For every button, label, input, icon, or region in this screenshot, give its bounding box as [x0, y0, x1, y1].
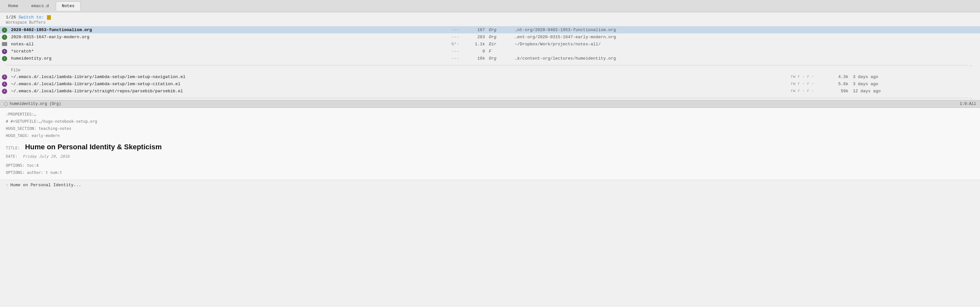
buffer-name: notes-all	[9, 41, 441, 47]
el-icon: λ	[2, 82, 7, 87]
buffer-name: *scratch*	[9, 47, 441, 55]
buffer-size: 187	[461, 26, 487, 33]
modeline-status-circle	[4, 102, 8, 106]
editor-line-2: # #+SETUPFILE:…/hugo-notebook-setup.org	[6, 118, 974, 125]
sep-line-2	[6, 98, 968, 98]
file-size: 4.3k	[828, 73, 850, 80]
buffer-dashes: ---	[441, 47, 461, 55]
modeline: humeidentity.org (Org) 1:0:All	[0, 100, 980, 108]
org-icon: ⟨	[2, 27, 7, 33]
editor-options-1: OPTIONS: toc:4	[6, 162, 974, 169]
buffer-mode: F	[487, 47, 513, 55]
bottom-hint-bar: ○ Hume on Personal Identity...	[0, 180, 980, 190]
org-icon: ⟨	[2, 35, 7, 40]
file-icon: λ	[0, 80, 9, 87]
hint-text: Hume on Personal Identity...	[10, 183, 81, 187]
buffer-path	[513, 47, 980, 55]
tab-emacs[interactable]: emacs.d	[25, 1, 55, 11]
editor-line-3: HUGO_SECTION: teaching-notes	[6, 125, 974, 133]
buffer-dashes: ---	[441, 33, 461, 41]
table-row[interactable]: λ ~/.emacs.d/.local/lambda-library/lambd…	[0, 73, 980, 80]
editor-line-4: HUGO_TAGS: early-modern	[6, 133, 974, 139]
file-path: ~/.emacs.d/.local/lambda-library/lambda-…	[9, 73, 789, 80]
buffer-mode: Org	[487, 55, 513, 62]
el-icon: λ	[2, 74, 7, 80]
file-size: 5.6k	[828, 80, 850, 87]
editor-title-line: TITLE: Hume on Personal Identity & Skept…	[6, 141, 974, 153]
buffer-icon	[0, 41, 9, 47]
file-perm: rw r - r -	[789, 80, 828, 87]
sep-ellipsis-2: …	[968, 95, 974, 100]
buffer-icon: ⟨	[0, 26, 9, 33]
buffer-mode: Org	[487, 33, 513, 41]
file-icon: λ	[0, 87, 9, 95]
buffer-size: 283	[461, 33, 487, 41]
buffer-list: ⟨ 2020-0402-1953-functionalism.org --- 1…	[0, 26, 980, 62]
el-icon: λ	[2, 89, 7, 94]
modeline-buffer-name: humeidentity.org (Org)	[10, 102, 61, 106]
buffer-icon: λ	[0, 47, 9, 55]
file-separator: …	[0, 95, 980, 100]
main-content: 1/26 Switch to: Workspace Buffers ⟨ 2020…	[0, 12, 980, 307]
table-row[interactable]: ⟨ humeidentity.org --- 16k Org …k/conten…	[0, 55, 980, 62]
buffer-count: 1/26	[6, 15, 16, 20]
modeline-position: 1:0:All	[960, 102, 976, 106]
file-section-label: File	[0, 67, 980, 73]
table-row[interactable]: ⟨ 2020-0402-1953-functionalism.org --- 1…	[0, 26, 980, 33]
buffer-dashes: ---	[441, 55, 461, 62]
buffer-size: 1.1k	[461, 41, 487, 47]
editor-area[interactable]: :PROPERTIES:… # #+SETUPFILE:…/hugo-noteb…	[0, 108, 980, 180]
dir-icon	[2, 42, 7, 46]
sep-ellipsis: …	[968, 63, 974, 67]
workspace-label: Workspace Buffers	[0, 21, 980, 26]
buffer-size: 16k	[461, 55, 487, 62]
tab-notes[interactable]: Notes	[56, 1, 81, 11]
buffer-mode: Org	[487, 26, 513, 33]
table-row[interactable]: λ *scratch* --- 0 F	[0, 47, 980, 55]
file-age: 12 days ago	[850, 87, 980, 95]
table-row[interactable]: λ ~/.emacs.d/.local/lambda-library/strai…	[0, 87, 980, 95]
switch-to-button[interactable]: Switch to:	[19, 15, 44, 20]
buffer-icon: ⟨	[0, 33, 9, 41]
buffer-path: …ent-org/2020-0315-1647-early-modern.org	[513, 33, 980, 41]
file-list: λ ~/.emacs.d/.local/lambda-library/lambd…	[0, 73, 980, 95]
table-row[interactable]: ⟨ 2020-0315-1647-early-modern.org --- 28…	[0, 33, 980, 41]
table-row[interactable]: notes-all %*- 1.1k Dir ~/Dropbox/Work/pr…	[0, 41, 980, 47]
org-icon: ⟨	[2, 56, 7, 61]
buffer-header: 1/26 Switch to:	[0, 12, 980, 21]
tab-home[interactable]: Home	[2, 1, 24, 11]
file-path: ~/.emacs.d/.local/lambda-library/straigh…	[9, 87, 789, 95]
workspace-separator: …	[0, 62, 980, 67]
editor-options-2: OPTIONS: author: t num:t	[6, 169, 974, 177]
file-perm: rw r - r -	[789, 87, 828, 95]
buffer-icon: ⟨	[0, 55, 9, 62]
file-age: 3 days ago	[850, 73, 980, 80]
file-icon: λ	[0, 73, 9, 80]
file-perm: rw r - r -	[789, 73, 828, 80]
tab-bar: Home emacs.d Notes	[0, 0, 980, 12]
hint-circle-icon: ○	[6, 183, 8, 187]
buffer-path: …k/content-org/lectures/humeidentity.org	[513, 55, 980, 62]
buffer-size: 0	[461, 47, 487, 55]
table-row[interactable]: λ ~/.emacs.d/.local/lambda-library/lambd…	[0, 80, 980, 87]
buffer-name: humeidentity.org	[9, 55, 441, 62]
buffer-name: 2020-0315-1647-early-modern.org	[9, 33, 441, 41]
buffer-dashes: ---	[441, 26, 461, 33]
buffer-name: 2020-0402-1953-functionalism.org	[9, 26, 441, 33]
buffer-path: ~/Dropbox/Work/projects/notes-all/	[513, 41, 980, 47]
indicator-bar	[47, 15, 51, 20]
file-age: 3 days ago	[850, 80, 980, 87]
buffer-mode: Dir	[487, 41, 513, 47]
buffer-dashes: %*-	[441, 41, 461, 47]
buffer-path: …nt-org/2020-0402-1953-functionalism.org	[513, 26, 980, 33]
editor-line-1: :PROPERTIES:…	[6, 111, 974, 118]
sep-line	[6, 65, 968, 65]
file-path: ~/.emacs.d/.local/lambda-library/lambda-…	[9, 80, 789, 87]
editor-date-line: DATE: Friday July 29, 2016	[6, 153, 974, 160]
scratch-icon: λ	[2, 49, 7, 54]
file-size: 59k	[828, 87, 850, 95]
